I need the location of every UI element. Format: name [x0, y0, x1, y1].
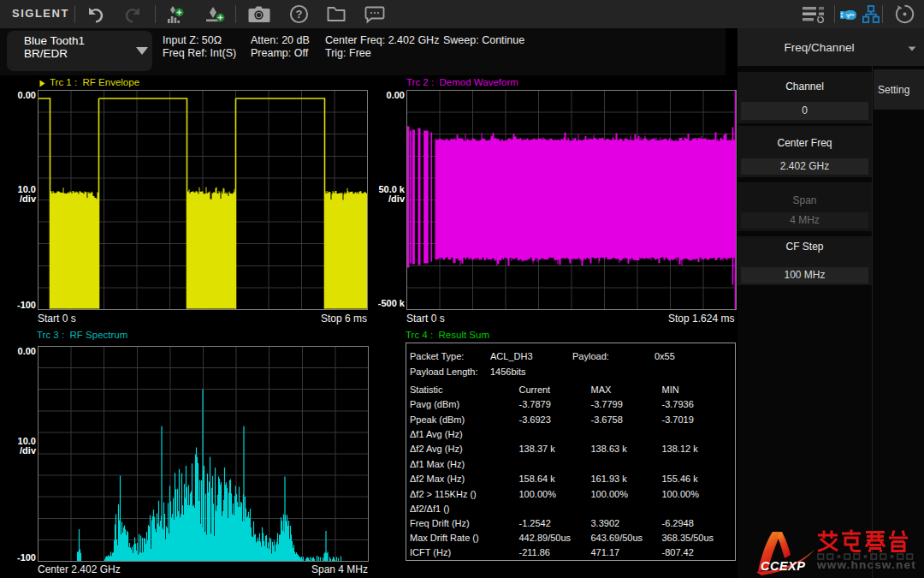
svg-text:www.hncsw.net: www.hncsw.net	[816, 558, 916, 571]
svg-text:CCEXP: CCEXP	[761, 559, 805, 573]
svg-text:?: ?	[296, 8, 303, 21]
